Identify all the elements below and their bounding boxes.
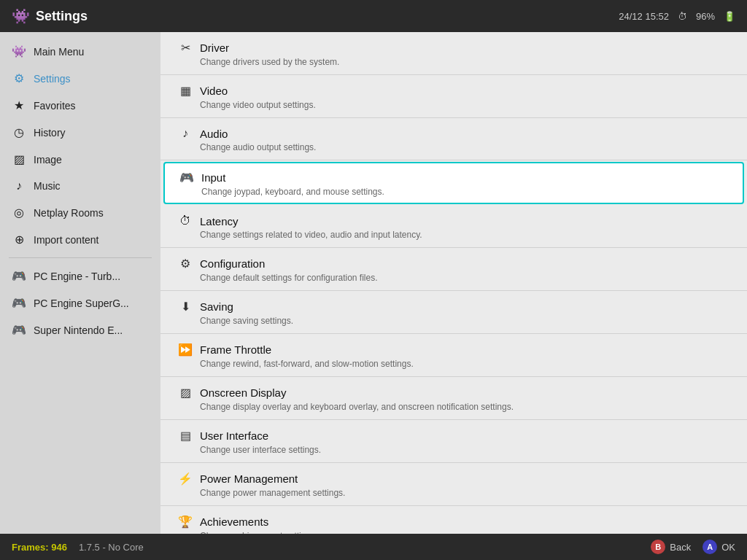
settings-content: ✂DriverChange drivers used by the system… [160,32,747,534]
settings-item-frame-throttle[interactable]: ⏩Frame ThrottleChange rewind, fast-forwa… [160,334,747,377]
power-management-title: Power Management [200,472,298,485]
main-menu-icon: 👾 [12,44,26,58]
frames-counter: Frames: 946 [12,542,67,553]
sidebar: 👾Main Menu⚙Settings★Favorites◷History▨Im… [0,32,160,534]
a-button-icon: A [703,540,717,554]
power-management-settings-icon: ⚡ [178,472,193,486]
audio-desc: Change audio output settings. [178,142,729,152]
bottom-bar: Frames: 946 1.7.5 - No Core B Back A OK [0,534,747,560]
import-icon: ⊕ [12,233,26,246]
settings-item-achievements[interactable]: 🏆AchievementsChange achievement settings… [160,506,747,534]
configuration-settings-icon: ⚙ [178,257,193,271]
settings-item-power-management[interactable]: ⚡Power ManagementChange power management… [160,463,747,506]
settings-item-header-achievements: 🏆Achievements [178,515,729,529]
sidebar-item-pc-engine-turb[interactable]: 🎮PC Engine - Turb... [0,262,160,289]
power-management-desc: Change power management settings. [178,488,729,498]
back-button[interactable]: B Back [651,540,691,554]
ok-label: OK [721,542,735,553]
settings-item-audio[interactable]: ♪AudioChange audio output settings. [160,118,747,160]
sidebar-item-favorites[interactable]: ★Favorites [0,92,160,119]
pc-engine-turb-icon: 🎮 [12,269,26,283]
super-nintendo-icon: 🎮 [12,323,26,337]
sidebar-item-pc-engine-superg[interactable]: 🎮PC Engine SuperG... [0,289,160,316]
sidebar-label-image: Image [34,154,62,166]
driver-desc: Change drivers used by the system. [178,57,729,67]
battery-icon: 🔋 [724,11,735,22]
settings-list: ✂DriverChange drivers used by the system… [160,32,747,534]
latency-settings-icon: ⏱ [178,214,193,228]
saving-title: Saving [200,300,233,313]
sidebar-label-favorites: Favorites [34,100,76,112]
settings-item-header-audio: ♪Audio [178,127,729,140]
sidebar-label-pc-engine-superg: PC Engine SuperG... [34,298,129,309]
settings-item-latency[interactable]: ⏱LatencyChange settings related to video… [160,206,747,248]
saving-settings-icon: ⬇ [178,300,193,314]
settings-item-video[interactable]: ▦VideoChange video output settings. [160,75,747,118]
sidebar-consoles: 🎮PC Engine - Turb...🎮PC Engine SuperG...… [0,262,160,343]
driver-settings-icon: ✂ [178,41,193,55]
app-icon: 👾 [12,7,30,25]
main-layout: 👾Main Menu⚙Settings★Favorites◷History▨Im… [0,32,747,534]
pc-engine-superg-icon: 🎮 [12,296,26,310]
video-title: Video [200,85,228,97]
netplay-icon: ◎ [12,206,26,219]
settings-item-header-latency: ⏱Latency [178,214,729,228]
sidebar-item-main-menu[interactable]: 👾Main Menu [0,38,160,65]
settings-item-user-interface[interactable]: ▤User InterfaceChange user interface set… [160,420,747,463]
settings-item-configuration[interactable]: ⚙ConfigurationChange default settings fo… [160,248,747,291]
sidebar-item-history[interactable]: ◷History [0,119,160,146]
input-title: Input [201,171,225,184]
settings-item-driver[interactable]: ✂DriverChange drivers used by the system… [160,32,747,75]
configuration-desc: Change default settings for configuratio… [178,273,729,283]
clock-icon: ⏱ [678,11,687,22]
onscreen-display-desc: Change display overlay and keyboard over… [178,402,729,412]
video-desc: Change video output settings. [178,100,729,110]
sidebar-label-main-menu: Main Menu [34,46,84,58]
top-bar: 👾 Settings 24/12 15:52 ⏱ 96% 🔋 [0,0,747,32]
sidebar-label-super-nintendo: Super Nintendo E... [34,324,123,336]
sidebar-item-settings[interactable]: ⚙Settings [0,65,160,92]
user-interface-title: User Interface [200,429,268,442]
battery-level: 96% [696,11,715,22]
ok-button[interactable]: A OK [703,540,735,554]
music-icon: ♪ [12,179,26,192]
configuration-title: Configuration [200,257,265,270]
image-icon: ▨ [12,152,26,166]
settings-item-header-saving: ⬇Saving [178,300,729,314]
settings-item-onscreen-display[interactable]: ▨Onscreen DisplayChange display overlay … [160,377,747,420]
b-button-icon: B [651,540,665,554]
top-bar-right: 24/12 15:52 ⏱ 96% 🔋 [619,11,735,22]
sidebar-label-import: Import content [34,234,99,246]
sidebar-label-history: History [34,127,66,139]
sidebar-label-music: Music [34,180,61,192]
settings-item-header-power-management: ⚡Power Management [178,472,729,486]
sidebar-item-music[interactable]: ♪Music [0,173,160,199]
video-settings-icon: ▦ [178,84,193,98]
settings-item-header-user-interface: ▤User Interface [178,429,729,443]
frame-throttle-title: Frame Throttle [200,343,271,356]
back-label: Back [670,542,691,553]
sidebar-item-netplay[interactable]: ◎Netplay Rooms [0,199,160,226]
audio-title: Audio [200,128,228,140]
settings-item-input[interactable]: 🎮InputChange joypad, keyboard, and mouse… [163,162,744,204]
page-title: Settings [36,9,619,24]
onscreen-display-title: Onscreen Display [200,386,286,399]
settings-item-saving[interactable]: ⬇SavingChange saving settings. [160,291,747,334]
bottom-bar-actions: B Back A OK [651,540,735,554]
sidebar-item-image[interactable]: ▨Image [0,146,160,173]
settings-item-header-video: ▦Video [178,84,729,98]
driver-title: Driver [200,42,229,54]
settings-item-header-input: 🎮Input [179,171,728,184]
settings-icon: ⚙ [12,71,26,85]
settings-item-header-driver: ✂Driver [178,41,729,55]
datetime: 24/12 15:52 [619,11,669,22]
sidebar-item-super-nintendo[interactable]: 🎮Super Nintendo E... [0,316,160,343]
saving-desc: Change saving settings. [178,316,729,326]
frame-throttle-desc: Change rewind, fast-forward, and slow-mo… [178,359,729,369]
audio-settings-icon: ♪ [178,127,193,140]
version-label: 1.7.5 - No Core [79,542,144,553]
achievements-settings-icon: 🏆 [178,515,193,529]
onscreen-display-settings-icon: ▨ [178,386,193,400]
sidebar-item-import[interactable]: ⊕Import content [0,226,160,253]
settings-item-header-frame-throttle: ⏩Frame Throttle [178,343,729,357]
